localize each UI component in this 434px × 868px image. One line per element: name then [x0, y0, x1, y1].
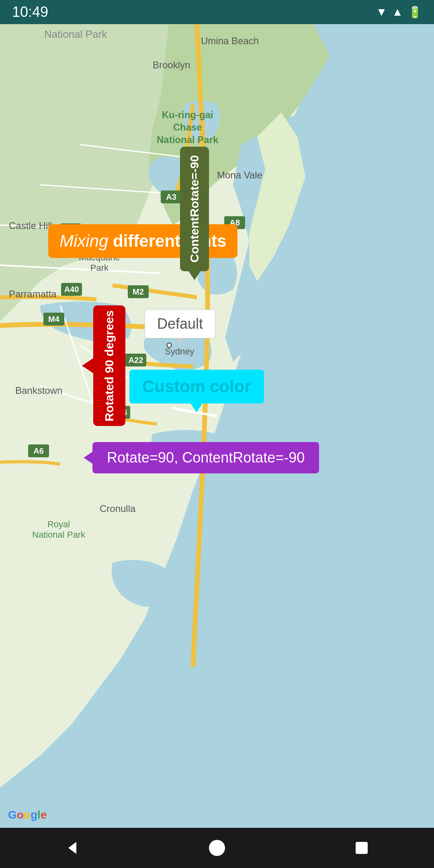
- label-rotated-90[interactable]: Rotated 90 degrees: [93, 305, 125, 426]
- label-custom-color[interactable]: Custom color: [129, 370, 264, 403]
- road-badge-a6: A6: [28, 444, 49, 457]
- bankstown-label: Bankstown: [15, 385, 62, 396]
- national-park-label: National Park: [44, 28, 107, 41]
- label-mixing-italic: Mixing: [59, 231, 108, 250]
- label-default[interactable]: Default: [145, 309, 215, 338]
- brooklyn-label: Brooklyn: [153, 59, 190, 71]
- status-time: 10:49: [12, 4, 48, 20]
- parramatta-label: Parramatta: [9, 289, 57, 300]
- label-default-text: Default: [157, 315, 203, 332]
- label-rotated-text: Rotated 90 degrees: [102, 310, 116, 422]
- label-content-rotate-text: ContentRotate=-90: [188, 155, 201, 263]
- recents-icon: [352, 838, 372, 858]
- signal-icon: ▲: [392, 6, 403, 18]
- road-badge-a3: A3: [161, 190, 182, 203]
- label-rotate90-content-rotate[interactable]: Rotate=90, ContentRotate=-90: [92, 442, 319, 473]
- recents-button[interactable]: [348, 834, 376, 862]
- royal-national-park-label: RoyalNational Park: [32, 519, 85, 540]
- road-badge-a40: A40: [61, 283, 82, 296]
- status-icons: ▼ ▲ 🔋: [376, 6, 422, 19]
- svg-point-14: [209, 840, 225, 856]
- road-badge-m4: M4: [43, 313, 64, 326]
- nav-bar: [0, 828, 434, 868]
- battery-icon: 🔋: [408, 6, 422, 19]
- road-badge-a22: A22: [125, 354, 146, 366]
- svg-marker-13: [68, 842, 76, 854]
- back-button[interactable]: [58, 834, 86, 862]
- mona-vale-label: Mona Vale: [217, 170, 262, 181]
- label-custom-text: Custom color: [142, 377, 251, 396]
- google-logo: Google: [8, 809, 47, 821]
- ku-ring-gai-label: Ku-ring-gaiChaseNational Park: [157, 108, 218, 146]
- label-content-rotate[interactable]: ContentRotate=-90: [180, 147, 209, 271]
- cronulla-label: Cronulla: [100, 503, 135, 514]
- label-mixing-fonts[interactable]: Mixing different fonts: [48, 224, 237, 258]
- back-icon: [62, 838, 82, 858]
- map-container[interactable]: National Park Umina Beach Brooklyn Ku-ri…: [0, 24, 434, 828]
- home-icon: [207, 838, 227, 858]
- umina-beach-label: Umina Beach: [201, 35, 259, 47]
- status-bar: 10:49 ▼ ▲ 🔋: [0, 0, 434, 24]
- wifi-icon: ▼: [376, 6, 387, 18]
- label-rotate90-text: Rotate=90, ContentRotate=-90: [107, 449, 305, 466]
- home-button[interactable]: [203, 834, 231, 862]
- castle-hill-label: Castle Hill: [9, 220, 52, 231]
- svg-rect-15: [356, 842, 368, 854]
- sydney-dot: [166, 342, 172, 348]
- road-badge-m2: M2: [128, 285, 149, 298]
